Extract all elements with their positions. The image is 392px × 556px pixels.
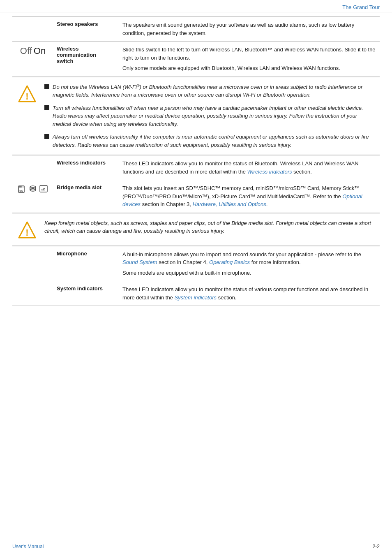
off-on-indicator: Off On <box>16 46 50 56</box>
sound-system-link[interactable]: Sound System <box>122 259 157 265</box>
stereo-desc: The speakers emit sound generated by you… <box>122 21 376 37</box>
memory-stick-icon <box>28 184 37 193</box>
warning-content-1: Do not use the Wireless LAN (Wi-Fi®) or … <box>44 83 376 149</box>
table-row: Microphone A built-in microphone allows … <box>12 246 380 281</box>
wireless-comm-label: Wirelesscommunicationswitch <box>57 46 96 64</box>
off-label: Off <box>20 46 32 56</box>
main-table-2: Wireless indicators These LED indicators… <box>12 155 380 213</box>
desc-cell-wireless-switch: Slide this switch to the left to turn of… <box>119 42 380 77</box>
page-footer: User's Manual 2-2 <box>0 541 392 552</box>
svg-text:!: ! <box>25 91 28 102</box>
warning-triangle-icon-2: ! <box>18 221 37 240</box>
warning-item-1: Do not use the Wireless LAN (Wi-Fi®) or … <box>44 83 376 99</box>
label-cell-system-ind: System indicators <box>53 281 119 306</box>
label-cell-wireless-switch: Wirelesscommunicationswitch <box>53 42 119 77</box>
footer-manual-label: User's Manual <box>12 544 44 549</box>
on-label: On <box>34 46 46 56</box>
bullet-square-icon <box>44 84 49 89</box>
microphone-desc2: Some models are equipped with a built-in… <box>122 269 376 277</box>
system-indicators-link[interactable]: System indicators <box>174 294 217 301</box>
wireless-switch-desc1: Slide this switch to the left to turn of… <box>122 46 376 62</box>
icon-cell-system-ind <box>12 281 53 306</box>
page-header: The Grand Tour <box>0 0 392 12</box>
footer-page-number: 2-2 <box>373 544 380 549</box>
desc-cell-system-ind: These LED indicators allow you to monito… <box>119 281 380 306</box>
main-table: Stereo speakers The speakers emit sound … <box>12 16 380 77</box>
table-row: Stereo speakers The speakers emit sound … <box>12 17 380 42</box>
warning-text-2: Turn all wireless functionalities off wh… <box>53 104 376 128</box>
warning-icon-1: ! <box>16 83 38 104</box>
bridge-media-icons: SD xD <box>16 184 50 193</box>
stereo-speakers-label: Stereo speakers <box>57 21 98 27</box>
system-indicators-label: System indicators <box>57 285 103 292</box>
warning-text-1: Do not use the Wireless LAN (Wi-Fi®) or … <box>53 83 376 99</box>
warning-icon-2: ! <box>16 219 38 240</box>
warning-text-3: Always turn off wireless functionality i… <box>53 133 376 149</box>
main-table-3: Microphone A built-in microphone allows … <box>12 246 380 306</box>
icon-cell-wireless-switch: Off On <box>12 42 53 77</box>
hardware-utilities-link[interactable]: Hardware, Utilities and Options <box>193 201 266 207</box>
bullet-square-icon <box>44 134 49 139</box>
warning-box-2: ! Keep foreign metal objects, such as sc… <box>12 213 380 246</box>
label-cell-bridge: Bridge media slot <box>53 180 119 213</box>
wireless-switch-desc2: Only some models are equipped with Bluet… <box>122 64 376 72</box>
warning-item-2: Turn all wireless functionalities off wh… <box>44 104 376 128</box>
svg-text:xD: xD <box>41 188 45 191</box>
bullet-square-icon <box>44 105 49 110</box>
system-ind-desc: These LED indicators allow you to monito… <box>122 285 376 301</box>
warning-item-3: Always turn off wireless functionality i… <box>44 133 376 149</box>
warning-content-2: Keep foreign metal objects, such as scre… <box>44 219 376 235</box>
wireless-indicators-label: Wireless indicators <box>57 160 106 166</box>
content-area: Stereo speakers The speakers emit sound … <box>0 12 392 331</box>
sd-icon: SD <box>18 184 27 193</box>
warning-box-1: ! Do not use the Wireless LAN (Wi-Fi®) o… <box>12 77 380 155</box>
icon-cell-stereo <box>12 17 53 42</box>
icon-cell-wireless-ind <box>12 155 53 180</box>
microphone-desc1: A built-in microphone allows you to impo… <box>122 250 376 266</box>
bridge-desc: This slot lets you insert an SD™/SDHC™ m… <box>122 184 376 208</box>
svg-text:!: ! <box>25 227 28 238</box>
desc-cell-stereo: The speakers emit sound generated by you… <box>119 17 380 42</box>
microphone-label: Microphone <box>57 250 87 257</box>
page: The Grand Tour Stereo speakers The speak… <box>0 0 392 556</box>
header-title: The Grand Tour <box>342 4 380 10</box>
warning-text-bridge: Keep foreign metal objects, such as scre… <box>44 220 371 234</box>
icon-cell-bridge: SD xD <box>12 180 53 213</box>
xd-icon: xD <box>39 184 48 193</box>
icon-cell-microphone <box>12 246 53 281</box>
table-row: Off On Wirelesscommunicationswitch Slide… <box>12 42 380 77</box>
desc-cell-wireless-ind: These LED indicators allow you to monito… <box>119 155 380 180</box>
wireless-indicators-link[interactable]: Wireless indicators <box>247 169 292 175</box>
bridge-media-label: Bridge media slot <box>57 184 101 190</box>
table-row: System indicators These LED indicators a… <box>12 281 380 306</box>
desc-cell-bridge: This slot lets you insert an SD™/SDHC™ m… <box>119 180 380 213</box>
desc-cell-microphone: A built-in microphone allows you to impo… <box>119 246 380 281</box>
svg-text:SD: SD <box>19 190 23 192</box>
operating-basics-link[interactable]: Operating Basics <box>209 259 250 265</box>
warning-triangle-icon: ! <box>18 85 37 104</box>
table-row: SD xD <box>12 180 380 213</box>
label-cell-wireless-ind: Wireless indicators <box>53 155 119 180</box>
table-row: Wireless indicators These LED indicators… <box>12 155 380 180</box>
label-cell-stereo: Stereo speakers <box>53 17 119 42</box>
wireless-ind-desc: These LED indicators allow you to monito… <box>122 160 376 176</box>
label-cell-microphone: Microphone <box>53 246 119 281</box>
